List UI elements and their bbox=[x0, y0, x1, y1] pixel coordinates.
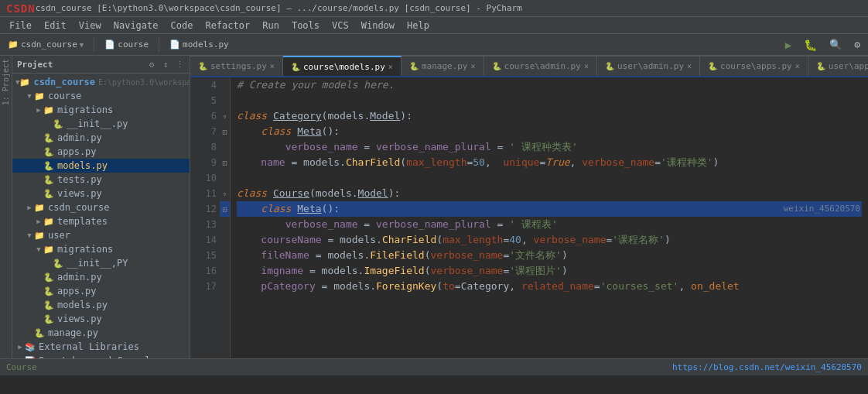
tree-item-user[interactable]: ▼ 📁 user bbox=[12, 228, 190, 242]
toolbar-search-btn[interactable]: 🔍 bbox=[825, 37, 846, 52]
tree-icon-tests-py-1: 🐍 bbox=[43, 174, 54, 185]
menu-window[interactable]: Window bbox=[355, 19, 401, 33]
menu-bar: File Edit View Navigate Code Refactor Ru… bbox=[0, 17, 868, 34]
status-branch: Course bbox=[6, 362, 37, 372]
toolbar-file[interactable]: 📄 models.py bbox=[165, 38, 234, 51]
tree-item-init-py-2[interactable]: ▶ 🐍 __init__,PY bbox=[12, 256, 190, 270]
code-line-7: class Meta(): bbox=[237, 124, 862, 139]
tab-close-user-admin-py[interactable]: × bbox=[687, 62, 692, 70]
panel-header: Project ⚙ ↕ ⋮ bbox=[12, 56, 190, 74]
menu-edit[interactable]: Edit bbox=[38, 19, 73, 33]
tab-course-models-py[interactable]: 🐍 course\models.py × bbox=[283, 56, 402, 76]
menu-navigate[interactable]: Navigate bbox=[108, 19, 165, 33]
menu-refactor[interactable]: Refactor bbox=[199, 19, 256, 33]
tree-path: E:\python3.0\workspace\csdn_co... bbox=[98, 78, 190, 87]
code-line-6: class Category(models.Model): bbox=[237, 108, 862, 124]
tree-label-csdn_course: csdn_course bbox=[33, 77, 94, 87]
tree-label-manage-py: manage.py bbox=[48, 327, 98, 338]
tree-item-ext-lib[interactable]: ▶ 📚 External Libraries bbox=[12, 340, 190, 354]
tree-item-migrations2[interactable]: ▼ 📁 migrations bbox=[12, 242, 190, 256]
tree-item-csdn_course-inner[interactable]: ▶ 📁 csdn_course bbox=[12, 200, 190, 214]
tree-item-models-py-2[interactable]: ▶ 🐍 models.py bbox=[12, 298, 190, 312]
menu-view[interactable]: View bbox=[73, 19, 108, 33]
code-line-15: fileName = models.FileField(verbose_name… bbox=[237, 248, 862, 263]
tree-icon-apps-py-2: 🐍 bbox=[43, 286, 54, 296]
tree-label-csdn_course-inner: csdn_course bbox=[48, 202, 109, 213]
tree-icon-init-py-1: 🐍 bbox=[53, 118, 63, 129]
code-line-12: class Meta(): weixin_45620570 bbox=[237, 201, 862, 217]
toolbar-repo[interactable]: 📄 course bbox=[100, 38, 153, 51]
title-bar-text: csdn_course [E:\python3.0\workspace\csdn… bbox=[36, 3, 522, 13]
tab-label-course-apps-py: course\apps.py bbox=[720, 61, 792, 71]
tree-label-views-py-1: views.py bbox=[57, 188, 102, 199]
tree-icon-migrations: 📁 bbox=[43, 104, 54, 115]
toolbar-debug-btn[interactable]: 🐛 bbox=[799, 37, 822, 53]
tree-item-tests-py-1[interactable]: ▶ 🐍 tests.py bbox=[12, 173, 190, 187]
tree-item-manage-py[interactable]: ▶ 🐍 manage.py bbox=[12, 326, 190, 340]
tree-item-models-py-1[interactable]: ▶ 🐍 models.py bbox=[12, 159, 190, 173]
tab-close-settings-py[interactable]: × bbox=[270, 62, 275, 70]
tree-item-csdn_course[interactable]: ▼ 📁 csdn_course E:\python3.0\workspace\c… bbox=[12, 75, 190, 89]
tab-label-course-admin-py: course\admin.py bbox=[504, 61, 581, 71]
tab-close-course-models-py[interactable]: × bbox=[388, 63, 393, 71]
tree-item-views-py-2[interactable]: ▶ 🐍 views.py bbox=[12, 312, 190, 326]
editor-area: 🐍 settings.py × 🐍 course\models.py × 🐍 m… bbox=[190, 56, 868, 358]
code-line-16: imgname = models.ImageField(verbose_name… bbox=[237, 263, 862, 279]
tab-label-manage-py: manage.py bbox=[422, 61, 468, 71]
tree-item-course[interactable]: ▼ 📁 course bbox=[12, 89, 190, 103]
tree-icon-admin-py-2: 🐍 bbox=[43, 272, 54, 283]
tree-item-templates[interactable]: ▶ 📁 templates bbox=[12, 214, 190, 228]
tree-item-scratches[interactable]: ▶ 📝 Scratches and Consoles bbox=[12, 354, 190, 358]
menu-run[interactable]: Run bbox=[256, 19, 285, 33]
tab-user-admin-py[interactable]: 🐍 user\admin.py × bbox=[597, 56, 700, 76]
tab-close-course-apps-py[interactable]: × bbox=[795, 62, 800, 70]
tree-item-migrations[interactable]: ▶ 📁 migrations bbox=[12, 103, 190, 117]
code-line-8: verbose_name = verbose_name_plural = ' 课… bbox=[237, 139, 862, 155]
code-view: 4 5 6 7 8 9 10 11 12 13 14 15 16 17 ▿ bbox=[190, 77, 868, 358]
menu-code[interactable]: Code bbox=[165, 19, 200, 33]
status-csdn-link[interactable]: https://blog.csdn.net/weixin_45620570 bbox=[672, 362, 862, 372]
toolbar-sep-2 bbox=[159, 38, 159, 52]
tab-course-admin-py[interactable]: 🐍 course\admin.py × bbox=[484, 56, 597, 76]
menu-file[interactable]: File bbox=[3, 19, 38, 33]
tree-item-apps-py-1[interactable]: ▶ 🐍 apps.py bbox=[12, 145, 190, 159]
tree-item-apps-py-2[interactable]: ▶ 🐍 apps.py bbox=[12, 284, 190, 298]
panel-settings-icon[interactable]: ⚙ bbox=[146, 59, 157, 70]
tree-item-init-py-1[interactable]: ▶ 🐍 __init__.py bbox=[12, 117, 190, 131]
tab-close-manage-py[interactable]: × bbox=[471, 62, 476, 70]
project-panel: Project ⚙ ↕ ⋮ ▼ 📁 csdn_course E:\python3… bbox=[12, 56, 190, 358]
menu-tools[interactable]: Tools bbox=[285, 19, 326, 33]
tab-manage-py[interactable]: 🐍 manage.py × bbox=[402, 56, 484, 76]
code-line-11: class Course(models.Model): bbox=[237, 186, 862, 201]
code-content[interactable]: # Create your models here. class Categor… bbox=[231, 77, 868, 358]
side-toggle[interactable]: 1: Project bbox=[0, 56, 12, 358]
toolbar-project[interactable]: 📁 csdn_course ▼ bbox=[3, 38, 88, 51]
panel-sort-icon[interactable]: ↕ bbox=[160, 59, 171, 70]
tree-label-init-py-1: __init__.py bbox=[67, 118, 128, 129]
tree-label-tests-py-1: tests.py bbox=[57, 174, 102, 185]
tab-icon-course-admin-py: 🐍 bbox=[492, 62, 501, 70]
tree-item-views-py-1[interactable]: ▶ 🐍 views.py bbox=[12, 187, 190, 200]
code-line-13: verbose_name = verbose_name_plural = ' 课… bbox=[237, 217, 862, 232]
tab-settings-py[interactable]: 🐍 settings.py × bbox=[190, 56, 283, 76]
main-layout: 1: Project Project ⚙ ↕ ⋮ ▼ 📁 csdn_course… bbox=[0, 56, 868, 358]
tree-label-user: user bbox=[48, 230, 70, 241]
tab-user-apps-py[interactable]: 🐍 user\apps.py × bbox=[808, 56, 868, 76]
menu-help[interactable]: Help bbox=[401, 19, 436, 33]
toolbar-run-btn[interactable]: ▶ bbox=[781, 37, 796, 53]
tree-item-admin-py-1[interactable]: ▶ 🐍 admin.py bbox=[12, 131, 190, 145]
tree-label-ext-lib: External Libraries bbox=[39, 341, 139, 352]
menu-vcs[interactable]: VCS bbox=[326, 19, 355, 33]
panel-more-icon[interactable]: ⋮ bbox=[174, 59, 185, 70]
toolbar-settings-btn[interactable]: ⚙ bbox=[849, 37, 865, 52]
tree-icon-models-py-1: 🐍 bbox=[43, 160, 54, 171]
tab-close-course-admin-py[interactable]: × bbox=[584, 62, 589, 70]
status-bar: Course https://blog.csdn.net/weixin_4562… bbox=[0, 358, 868, 375]
code-gutter: ▿ ⊡ ⊡ ▿ ⊡ bbox=[220, 77, 231, 358]
tab-course-apps-py[interactable]: 🐍 course\apps.py × bbox=[700, 56, 808, 76]
tree-item-admin-py-2[interactable]: ▶ 🐍 admin.py bbox=[12, 270, 190, 284]
panel-title: Project bbox=[17, 60, 53, 70]
tree-label-apps-py-2: apps.py bbox=[57, 286, 97, 296]
project-toggle-label[interactable]: 1: Project bbox=[2, 59, 10, 105]
line-numbers: 4 5 6 7 8 9 10 11 12 13 14 15 16 17 bbox=[190, 77, 220, 358]
